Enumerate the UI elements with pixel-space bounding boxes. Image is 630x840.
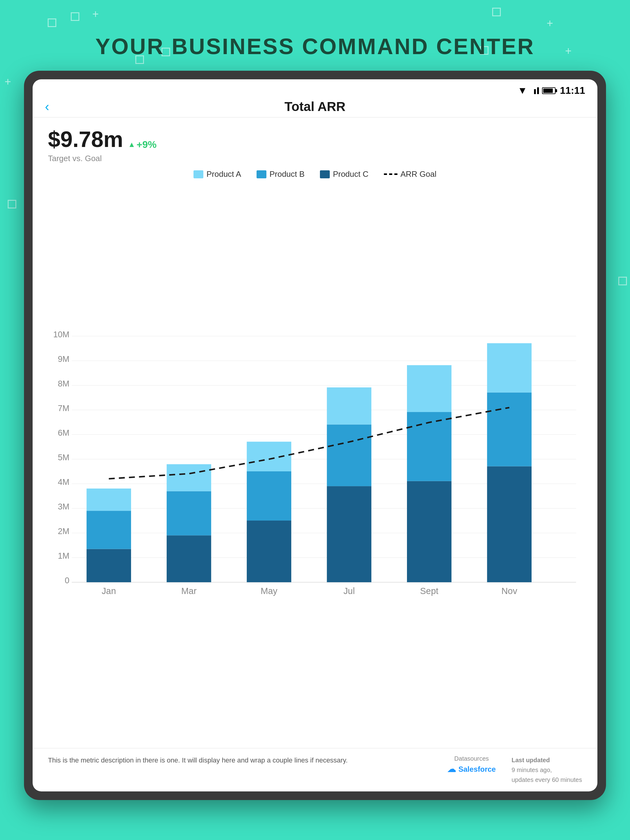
page-title: YOUR BUSINESS COMMAND CENTER (0, 34, 630, 59)
chart-svg: 10M 9M 8M 7M 6M 5M 4M 3M 2M 1M 0 (48, 185, 582, 748)
metric-header: $9.78m +9% (48, 127, 582, 152)
svg-text:10M: 10M (53, 330, 70, 339)
footer-datasource-label: Datasources (454, 755, 489, 762)
battery-icon (542, 87, 556, 94)
bar-sept-a (407, 365, 451, 412)
svg-text:9M: 9M (58, 355, 70, 364)
svg-text:Jan: Jan (101, 586, 116, 596)
bar-may-b (247, 471, 291, 521)
legend-swatch-product-b (256, 171, 266, 178)
footer-updated-label: Last updated (511, 755, 582, 765)
chart-area: 10M 9M 8M 7M 6M 5M 4M 3M 2M 1M 0 (48, 185, 582, 748)
svg-text:1M: 1M (58, 551, 70, 561)
svg-text:Sept: Sept (420, 586, 438, 596)
bar-jan-c (86, 549, 131, 583)
chart-legend: Product A Product B Product C ARR Goal (48, 169, 582, 179)
salesforce-cloud-icon: ☁ (447, 764, 456, 774)
bar-sept-c (407, 481, 451, 583)
status-icons: ▼ (518, 85, 556, 96)
bg-plus-4: + (5, 75, 11, 88)
bar-jan-a (86, 489, 131, 511)
bg-rect-1 (47, 19, 56, 27)
legend-dashed-arr-goal (384, 174, 397, 175)
legend-item-product-b: Product B (256, 169, 304, 179)
legend-label-product-a: Product A (206, 169, 241, 179)
svg-text:8M: 8M (58, 379, 70, 388)
bar-mar-b (167, 491, 211, 535)
footer-datasource: Datasources ☁ Salesforce (444, 755, 499, 774)
tablet-footer: This is the metric description in there … (33, 748, 597, 791)
legend-swatch-product-c (320, 171, 330, 178)
svg-text:6M: 6M (58, 428, 70, 437)
main-content: $9.78m +9% Target vs. Goal Product A Pro… (33, 117, 597, 748)
svg-text:May: May (261, 586, 277, 596)
nav-bar: ‹ Total ARR (33, 96, 597, 117)
salesforce-logo: ☁ Salesforce (447, 764, 495, 774)
bar-jul-b (327, 425, 372, 486)
svg-text:5M: 5M (58, 453, 70, 462)
bg-plus-1: + (92, 8, 99, 21)
svg-text:4M: 4M (58, 477, 70, 487)
bg-plus-2: + (547, 17, 553, 30)
status-bar: ▼ 11:11 (33, 79, 597, 96)
bar-jul-c (327, 486, 372, 582)
metric-value: $9.78m (48, 127, 123, 152)
metric-change: +9% (128, 139, 157, 150)
bg-rect-2 (71, 12, 79, 21)
svg-text:2M: 2M (58, 527, 70, 536)
salesforce-name: Salesforce (458, 765, 495, 774)
bg-rect-8 (618, 277, 627, 285)
legend-label-product-b: Product B (269, 169, 304, 179)
bar-nov-c (487, 466, 532, 583)
back-button[interactable]: ‹ (45, 99, 49, 114)
legend-label-arr-goal: ARR Goal (400, 169, 437, 179)
bar-jan-b (86, 511, 131, 549)
svg-text:Mar: Mar (181, 586, 196, 596)
svg-text:0: 0 (65, 576, 69, 585)
legend-item-product-c: Product C (320, 169, 369, 179)
tablet-screen: ▼ 11:11 ‹ Total ARR $9.78m +9% Target vs… (33, 79, 597, 791)
bar-nov-a (487, 343, 532, 392)
bar-mar-c (167, 535, 211, 582)
bar-jul-a (327, 387, 372, 425)
svg-text:Jul: Jul (343, 586, 355, 596)
footer-updated: Last updated 9 minutes ago, updates ever… (511, 755, 582, 785)
footer-updated-frequency: updates every 60 minutes (511, 775, 582, 785)
status-time: 11:11 (560, 85, 585, 96)
footer-description: This is the metric description in there … (48, 755, 432, 765)
svg-text:Nov: Nov (502, 586, 518, 596)
bar-may-a (247, 442, 291, 471)
battery-fill (543, 88, 553, 93)
legend-swatch-product-a (193, 171, 203, 178)
legend-item-product-a: Product A (193, 169, 241, 179)
bar-nov-b (487, 392, 532, 466)
wifi-icon: ▼ (518, 85, 527, 96)
metric-subtitle: Target vs. Goal (48, 154, 582, 163)
footer-updated-value: 9 minutes ago, (511, 765, 582, 775)
svg-text:7M: 7M (58, 404, 70, 413)
bg-rect-7 (8, 200, 16, 208)
legend-item-arr-goal: ARR Goal (384, 169, 437, 179)
tablet-frame: ▼ 11:11 ‹ Total ARR $9.78m +9% Target vs… (24, 71, 606, 800)
bg-rect-3 (492, 8, 501, 16)
nav-title: Total ARR (285, 99, 345, 114)
signal-icon (530, 87, 539, 94)
bar-mar-a (167, 464, 211, 491)
svg-text:3M: 3M (58, 502, 70, 511)
bar-may-c (247, 521, 291, 583)
legend-label-product-c: Product C (333, 169, 369, 179)
